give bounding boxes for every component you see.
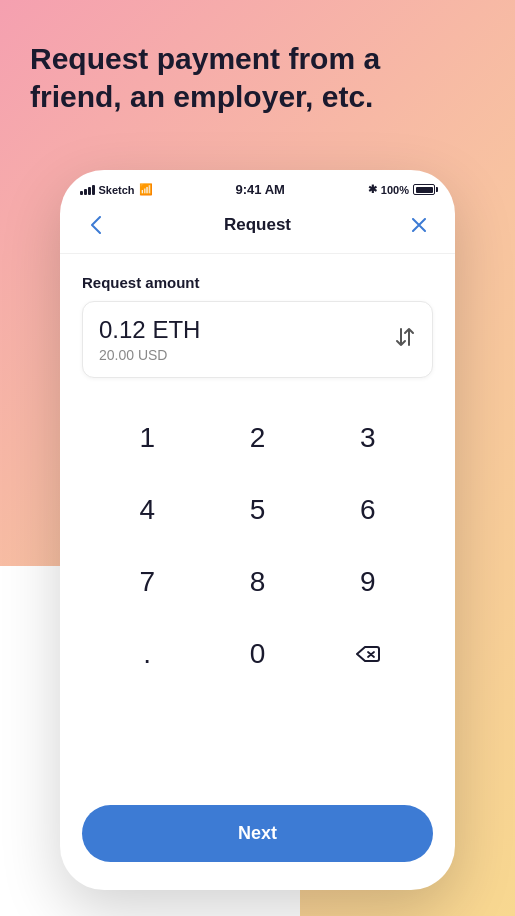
signal-icon	[80, 185, 95, 195]
bluetooth-icon: ✱	[368, 183, 377, 196]
close-button[interactable]	[403, 209, 435, 241]
amount-primary: 0.12 ETH	[99, 316, 200, 344]
key-0[interactable]: 0	[202, 618, 312, 690]
key-7[interactable]: 7	[92, 546, 202, 618]
status-bar: Sketch 📶 9:41 AM ✱ 100%	[60, 170, 455, 201]
next-button-container: Next	[82, 805, 433, 862]
wifi-icon: 📶	[139, 183, 153, 196]
numpad: 1 2 3 4 5 6 7 8 9 . 0	[82, 402, 433, 690]
key-decimal[interactable]: .	[92, 618, 202, 690]
next-button[interactable]: Next	[82, 805, 433, 862]
key-2[interactable]: 2	[202, 402, 312, 474]
phone-frame: Sketch 📶 9:41 AM ✱ 100% Request	[60, 170, 455, 890]
amount-values: 0.12 ETH 20.00 USD	[99, 316, 200, 363]
nav-title: Request	[224, 215, 291, 235]
key-backspace[interactable]	[313, 618, 423, 690]
key-6[interactable]: 6	[313, 474, 423, 546]
key-4[interactable]: 4	[92, 474, 202, 546]
amount-secondary: 20.00 USD	[99, 347, 200, 363]
section-label: Request amount	[82, 274, 433, 291]
carrier-label: Sketch	[99, 184, 135, 196]
status-right: ✱ 100%	[368, 183, 435, 196]
key-5[interactable]: 5	[202, 474, 312, 546]
headline-text: Request payment from a friend, an employ…	[30, 40, 485, 115]
battery-icon	[413, 184, 435, 195]
key-3[interactable]: 3	[313, 402, 423, 474]
back-button[interactable]	[80, 209, 112, 241]
main-content: Request amount 0.12 ETH 20.00 USD 1 2 3 …	[60, 254, 455, 710]
status-left: Sketch 📶	[80, 183, 153, 196]
battery-percent-label: 100%	[381, 184, 409, 196]
amount-box: 0.12 ETH 20.00 USD	[82, 301, 433, 378]
key-1[interactable]: 1	[92, 402, 202, 474]
key-8[interactable]: 8	[202, 546, 312, 618]
clock-label: 9:41 AM	[236, 182, 285, 197]
nav-bar: Request	[60, 201, 455, 254]
swap-currency-button[interactable]	[394, 326, 416, 353]
key-9[interactable]: 9	[313, 546, 423, 618]
